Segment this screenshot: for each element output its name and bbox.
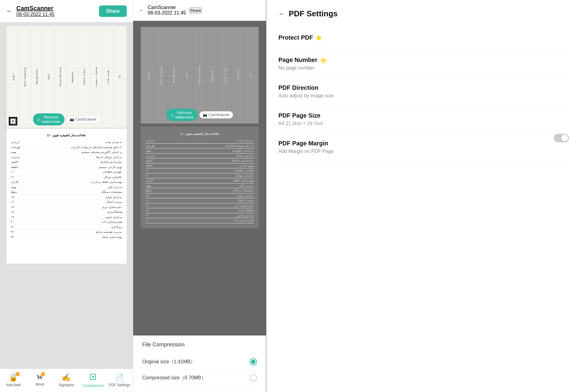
- left-camscanner-badge: 📷 CamScanner: [66, 116, 100, 123]
- mid-hw-col-7: Cache Trash: [219, 28, 231, 122]
- protect-pdf-label: Protect PDF: [278, 34, 313, 41]
- text-row-11: مشخصات دستگاهسطح: [11, 190, 122, 195]
- warning-icon: ⚠: [37, 117, 41, 122]
- compression-option-compressed-radio[interactable]: [250, 374, 257, 381]
- pdf-page-margin-label: PDF Page Margin: [278, 140, 328, 147]
- mid-text-row-14: ذخیره‌سازی ابری۱۷: [146, 203, 254, 209]
- pdf-page-margin-toggle[interactable]: [554, 134, 569, 142]
- text-row-2: با دانلود هوشمند فایل‌های مربوط به کاربر…: [11, 145, 122, 150]
- nav-item-word[interactable]: W ! Word: [27, 371, 53, 390]
- hw-col-3: Background: [31, 27, 43, 127]
- anti-theft-icon: 🔒 !: [9, 373, 18, 382]
- mid-text-row-12: پردازش موازی۱۵: [146, 193, 254, 199]
- mid-hw-col-4: Sync: [180, 28, 193, 122]
- compression-option-original-radio[interactable]: [250, 358, 257, 365]
- hw-col-9: بهینه سازی: [102, 27, 114, 127]
- pdf-direction-value: Auto adjust by image size: [278, 93, 569, 99]
- middle-doc-page-2: هاخانت مناز (فتنیفره نقویز ۱۰) به میزان …: [141, 127, 259, 228]
- settings-item-protect-pdf[interactable]: Protect PDF ⭐: [278, 28, 569, 50]
- middle-camscanner-badge: 📷 CamScanner: [199, 111, 233, 118]
- page-number-label: Page Number: [278, 57, 317, 63]
- settings-item-pdf-direction[interactable]: PDF Direction Auto adjust by image size: [278, 78, 569, 105]
- mid-text-row-13: سرعت انتقال۱۶: [146, 198, 254, 203]
- left-back-button[interactable]: ←: [6, 7, 13, 15]
- text-row-13: سرعت انتقال۱۶: [11, 200, 122, 205]
- compression-icon: [89, 373, 97, 382]
- mid-text-row-11: مشخصات دستگاهسطح: [146, 188, 254, 193]
- page-number-premium-icon: ⭐: [320, 57, 327, 63]
- middle-share-button[interactable]: Share: [189, 8, 202, 13]
- compression-option-original[interactable]: Original size（1.41MB）: [142, 354, 257, 370]
- left-page-title: هاخانت مناز (فتنیفره نقویز ۱۰): [11, 133, 122, 138]
- text-row-6: بهبود کارایی سیستمحافظه: [11, 165, 122, 170]
- mid-text-row-9: بهینه‌سازی حافظهکارایی: [146, 178, 254, 183]
- middle-app-title: CamScanner: [148, 5, 186, 10]
- pdf-settings-icon: 📄: [115, 373, 124, 382]
- mid-text-row-15: هماهنگ‌سازی۱۸: [146, 208, 254, 213]
- left-panel: ← CamScanner 08-03-2022 11.45 Share اموز…: [0, 0, 133, 392]
- right-back-button[interactable]: ←: [278, 10, 285, 18]
- left-app-title: CamScanner: [16, 5, 95, 12]
- mid-hw-col-8: محاسبات: [232, 28, 245, 122]
- hw-col-4: Sync: [43, 27, 55, 127]
- middle-doc-preview: اموزش WiFi Scanning Background Sync Pace…: [133, 21, 266, 335]
- pdf-page-size-value: A4 21.0cm × 29.7cm: [278, 121, 569, 126]
- mid-hw-col-5: Paced Burning: [193, 28, 206, 122]
- pdf-settings-title: PDF Settings: [289, 9, 338, 18]
- text-row-19: مدیریت هوشمند منابع۲۲: [11, 230, 122, 235]
- pdf-direction-label: PDF Direction: [278, 84, 318, 91]
- left-text-page: هاخانت مناز (فتنیفره نقویز ۱۰) به میزان …: [6, 128, 127, 244]
- middle-watermark-bar: ⚠ Remove watermark 📷 CamScanner: [166, 109, 233, 121]
- text-row-3: بر اساس الگوریتم پیشرفته سیستمبهینه: [11, 150, 122, 155]
- middle-text-page: هاخانت مناز (فتنیفره نقویز ۱۰) به میزان …: [141, 127, 258, 228]
- mid-hw-col-3: Background: [168, 28, 180, 122]
- left-title-block: CamScanner 08-03-2022 11.45: [16, 5, 95, 17]
- right-panel-header: ← PDF Settings: [278, 9, 569, 18]
- right-panel: ← PDF Settings Protect PDF ⭐ Page Number…: [266, 0, 581, 392]
- left-remove-watermark-button[interactable]: ⚠ Remove watermark: [33, 113, 65, 125]
- left-share-button[interactable]: Share: [99, 5, 127, 17]
- mid-text-row-5: سازماندهی فایل‌هاکاهش: [146, 158, 254, 164]
- settings-item-pdf-page-margin: PDF Page Margin Add Margin on PDF Page: [278, 133, 569, 161]
- mid-text-row-1: به میزان تواندارزیابی: [146, 138, 254, 144]
- pdf-page-margin-row: PDF Page Margin Add Margin on PDF Page: [278, 140, 569, 154]
- middle-remove-watermark-button[interactable]: ⚠ Remove watermark: [166, 109, 198, 121]
- nav-item-anti-theft[interactable]: 🔒 ! Anti-theft: [0, 371, 27, 390]
- middle-back-button[interactable]: ←: [139, 8, 144, 13]
- mid-text-row-10: مدیریت کشبهبود: [146, 183, 254, 189]
- mid-text-row-8: پاکسازی خودکار۱۲: [146, 173, 254, 179]
- settings-item-pdf-page-size[interactable]: PDF Page Size A4 21.0cm × 29.7cm: [278, 105, 569, 133]
- nav-label-anti-theft: Anti-theft: [6, 383, 21, 387]
- middle-header: ← CamScanner 08-03-2022 11.45 Share: [133, 0, 266, 21]
- text-row-5: سازماندهی فایل‌هاکاهش: [11, 160, 122, 165]
- text-row-14: ذخیره‌سازی ابری۱۷: [11, 205, 122, 210]
- hw-col-5: Paced Burning: [55, 27, 67, 127]
- mid-text-row-3: بر اساس الگوریتمبهینه: [146, 148, 254, 154]
- left-doc-preview: اموزش WiFi Scanning Background Sync Pace…: [0, 22, 133, 369]
- left-header: ← CamScanner 08-03-2022 11.45 Share: [0, 0, 133, 22]
- middle-title-block: CamScanner 08-03-2022 11.45: [148, 5, 186, 16]
- left-doc-page-2: هاخانت مناز (فتنیفره نقویز ۱۰) به میزان …: [6, 128, 127, 264]
- compression-option-compressed[interactable]: Compressed size（0.70MB）: [142, 370, 257, 386]
- mid-hw-col-1: اموزش: [142, 28, 155, 122]
- mid-hw-col-2: WiFi Scanning: [155, 28, 168, 122]
- left-doc-page-1: اموزش WiFi Scanning Background Sync Pace…: [6, 25, 127, 128]
- nav-item-pdf-settings[interactable]: 📄 PDF Settings: [106, 371, 133, 390]
- anti-theft-badge: !: [15, 372, 20, 376]
- nav-label-signature: Signature: [59, 383, 74, 387]
- text-row-17: فشرده‌سازی داده۲۰: [11, 220, 122, 225]
- nav-item-signature[interactable]: ✍ Signature: [53, 371, 80, 390]
- pdf-direction-title: PDF Direction: [278, 84, 569, 91]
- text-row-10: مدیریت کشبهبود: [11, 185, 122, 190]
- nav-label-word: Word: [35, 382, 44, 387]
- text-row-7: نگهداری اطلاعات۱۱: [11, 170, 122, 175]
- hw-col-8: محاسبات پیچیده: [90, 27, 102, 127]
- middle-doc-page-1: اموزش WiFi Scanning Background Sync Pace…: [141, 27, 259, 124]
- compression-option-compressed-label: Compressed size（0.70MB）: [142, 375, 206, 381]
- settings-item-page-number[interactable]: Page Number ⭐ No page number: [278, 50, 569, 78]
- text-row-1: به میزان تواندارزیابی: [11, 140, 122, 145]
- hw-col-10: 22: [114, 27, 125, 127]
- pdf-page-margin-title: PDF Page Margin: [278, 140, 333, 147]
- mid-text-row-2: با دانلود هوشمند فایل‌هافهرست: [146, 144, 254, 149]
- nav-item-compression[interactable]: Compression: [80, 371, 106, 390]
